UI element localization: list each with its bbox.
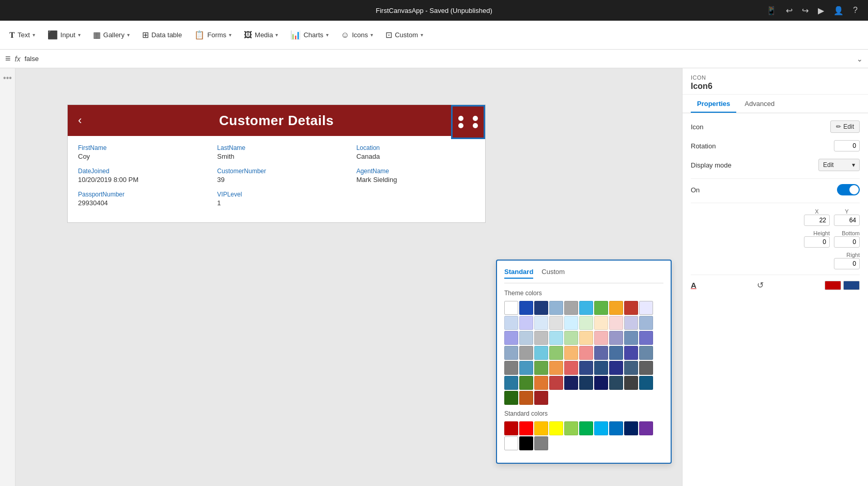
theme-swatch-49[interactable] [639, 361, 653, 375]
standard-swatch-0[interactable] [504, 421, 518, 435]
help-icon[interactable]: ? [853, 6, 858, 15]
tab-advanced[interactable]: Advanced [738, 95, 781, 113]
y-input[interactable] [834, 215, 860, 226]
standard-swatch-10[interactable] [504, 436, 518, 450]
theme-swatch-25[interactable] [579, 331, 593, 345]
theme-swatch-8[interactable] [624, 301, 638, 315]
theme-swatch-15[interactable] [579, 316, 593, 330]
height-input[interactable] [804, 236, 830, 248]
theme-swatch-51[interactable] [519, 376, 533, 390]
standard-swatch-7[interactable] [609, 421, 623, 435]
phone-icon[interactable]: 📱 [766, 6, 777, 16]
theme-swatch-57[interactable] [609, 376, 623, 390]
theme-swatch-30[interactable] [504, 346, 518, 360]
standard-swatch-1[interactable] [519, 421, 533, 435]
theme-swatch-3[interactable] [549, 301, 563, 315]
tab-properties[interactable]: Properties [691, 95, 736, 113]
theme-swatch-40[interactable] [504, 361, 518, 375]
theme-swatch-55[interactable] [579, 376, 593, 390]
theme-swatch-19[interactable] [639, 316, 653, 330]
theme-swatch-62[interactable] [534, 391, 548, 405]
theme-swatch-41[interactable] [519, 361, 533, 375]
cp-tab-standard[interactable]: Standard [504, 268, 533, 279]
standard-swatch-4[interactable] [564, 421, 578, 435]
undo-icon[interactable]: ↩ [786, 6, 793, 16]
ribbon-icons-btn[interactable]: ☺ Icons ▾ [336, 27, 378, 43]
theme-swatch-53[interactable] [549, 376, 563, 390]
color-indicator-blue[interactable] [843, 281, 860, 290]
hamburger-icon[interactable]: ≡ [5, 53, 11, 64]
theme-swatch-58[interactable] [624, 376, 638, 390]
theme-swatch-0[interactable] [504, 301, 518, 315]
theme-swatch-42[interactable] [534, 361, 548, 375]
theme-swatch-22[interactable] [534, 331, 548, 345]
theme-swatch-31[interactable] [519, 346, 533, 360]
sidebar-toggle[interactable]: ••• [3, 73, 12, 83]
theme-swatch-54[interactable] [564, 376, 578, 390]
standard-swatch-12[interactable] [534, 436, 548, 450]
x-input[interactable] [804, 215, 830, 226]
standard-swatch-6[interactable] [594, 421, 608, 435]
icon-edit-btn[interactable]: ✏ Edit [830, 120, 860, 133]
rotation-input[interactable] [834, 140, 860, 151]
theme-swatch-27[interactable] [609, 331, 623, 345]
theme-swatch-56[interactable] [594, 376, 608, 390]
back-arrow-btn[interactable]: ‹ [78, 114, 82, 127]
expand-icon[interactable]: ⌄ [857, 55, 863, 63]
theme-swatch-20[interactable] [504, 331, 518, 345]
theme-swatch-38[interactable] [624, 346, 638, 360]
theme-swatch-26[interactable] [594, 331, 608, 345]
theme-swatch-35[interactable] [579, 346, 593, 360]
theme-swatch-43[interactable] [549, 361, 563, 375]
theme-swatch-28[interactable] [624, 331, 638, 345]
theme-swatch-61[interactable] [519, 391, 533, 405]
theme-swatch-12[interactable] [534, 316, 548, 330]
standard-swatch-5[interactable] [579, 421, 593, 435]
theme-swatch-44[interactable] [564, 361, 578, 375]
ribbon-media-btn[interactable]: 🖼 Media ▾ [239, 27, 283, 43]
theme-swatch-7[interactable] [609, 301, 623, 315]
theme-swatch-1[interactable] [519, 301, 533, 315]
standard-swatch-8[interactable] [624, 421, 638, 435]
standard-swatch-3[interactable] [549, 421, 563, 435]
standard-swatch-9[interactable] [639, 421, 653, 435]
theme-swatch-16[interactable] [594, 316, 608, 330]
icon6-box[interactable] [451, 105, 485, 139]
theme-swatch-18[interactable] [624, 316, 638, 330]
theme-swatch-59[interactable] [639, 376, 653, 390]
ribbon-input-btn[interactable]: ⬛ Input ▾ [42, 27, 86, 43]
theme-swatch-14[interactable] [564, 316, 578, 330]
theme-swatch-48[interactable] [624, 361, 638, 375]
theme-swatch-11[interactable] [519, 316, 533, 330]
user-icon[interactable]: 👤 [833, 6, 844, 16]
theme-swatch-6[interactable] [594, 301, 608, 315]
right-input[interactable] [834, 258, 860, 269]
theme-swatch-10[interactable] [504, 316, 518, 330]
refresh-icon[interactable]: ↺ [757, 280, 764, 290]
theme-swatch-39[interactable] [639, 346, 653, 360]
theme-swatch-9[interactable] [639, 301, 653, 315]
ribbon-charts-btn[interactable]: 📊 Charts ▾ [285, 27, 333, 43]
theme-swatch-50[interactable] [504, 376, 518, 390]
bottom-input[interactable] [834, 236, 860, 248]
standard-swatch-2[interactable] [534, 421, 548, 435]
theme-swatch-34[interactable] [564, 346, 578, 360]
theme-swatch-21[interactable] [519, 331, 533, 345]
standard-swatch-11[interactable] [519, 436, 533, 450]
play-icon[interactable]: ▶ [818, 6, 824, 16]
theme-swatch-23[interactable] [549, 331, 563, 345]
theme-swatch-5[interactable] [579, 301, 593, 315]
theme-swatch-2[interactable] [534, 301, 548, 315]
color-indicator-red[interactable] [825, 281, 841, 290]
theme-swatch-4[interactable] [564, 301, 578, 315]
theme-swatch-36[interactable] [594, 346, 608, 360]
theme-swatch-32[interactable] [534, 346, 548, 360]
theme-swatch-37[interactable] [609, 346, 623, 360]
ribbon-text-btn[interactable]: 𝐓 Text ▾ [4, 27, 40, 43]
theme-swatch-47[interactable] [609, 361, 623, 375]
theme-swatch-52[interactable] [534, 376, 548, 390]
ribbon-custom-btn[interactable]: ⊡ Custom ▾ [380, 27, 428, 43]
theme-swatch-13[interactable] [549, 316, 563, 330]
ribbon-datatable-btn[interactable]: ⊞ Data table [137, 27, 187, 43]
toggle-switch[interactable] [837, 184, 860, 195]
